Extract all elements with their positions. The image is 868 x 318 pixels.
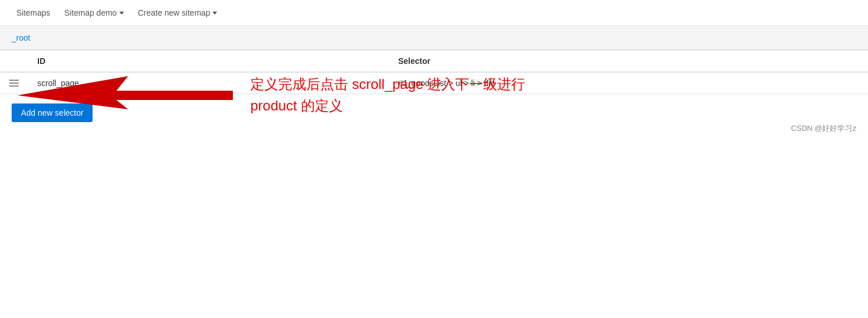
chevron-down-icon-2 — [212, 12, 217, 15]
chevron-down-icon — [119, 12, 124, 15]
col-header-id: ID — [28, 51, 389, 73]
nav-sitemap-demo[interactable]: Sitemap demo — [59, 6, 128, 20]
annotation-overlay: 定义完成后点击 scroll_page 进入下一级进行 product 的定义 — [116, 79, 617, 195]
col-header-checkbox — [0, 51, 28, 73]
nav-create-new-sitemap-label: Create new sitemap — [138, 8, 211, 17]
selector-table: ID Selector scroll_page #J_goodsList > u… — [0, 50, 868, 94]
breadcrumb-root-link[interactable]: _root — [12, 33, 30, 42]
annotation-line2: product 的定义 — [250, 95, 525, 116]
main-content: ID Selector scroll_page #J_goodsList > u… — [0, 50, 868, 143]
table-header-row: ID Selector — [0, 51, 868, 73]
col-header-selector: Selector — [389, 51, 868, 73]
row-id-cell[interactable]: scroll_page — [28, 72, 389, 94]
watermark: CSDN @好好学习z — [791, 123, 856, 134]
nav-sitemaps[interactable]: Sitemaps — [12, 6, 55, 20]
nav-sitemap-demo-label: Sitemap demo — [64, 8, 116, 17]
table-row: scroll_page #J_goodsList > ul > li > div — [0, 72, 868, 94]
drag-handle-icon[interactable] — [9, 80, 19, 87]
row-selector-cell: #J_goodsList > ul > li > div — [389, 72, 868, 94]
breadcrumb: _root — [0, 26, 868, 50]
drag-handle-cell[interactable] — [0, 72, 28, 94]
nav-create-new-sitemap[interactable]: Create new sitemap — [133, 6, 222, 20]
top-nav: Sitemaps Sitemap demo Create new sitemap — [0, 0, 868, 26]
add-new-selector-button[interactable]: Add new selector — [12, 103, 93, 122]
